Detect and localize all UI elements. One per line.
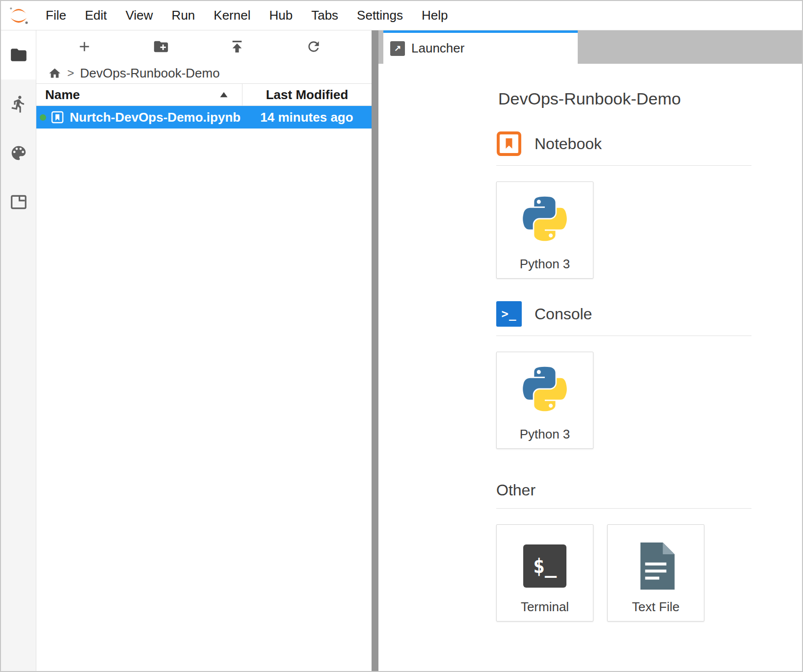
launcher-section-console: >_ Console Python 3 [496, 301, 751, 449]
breadcrumb-current-folder[interactable]: DevOps-Runbook-Demo [80, 66, 220, 81]
jupyter-logo[interactable] [1, 4, 36, 27]
card-label-python3: Python 3 [497, 257, 593, 272]
folder-icon [9, 46, 28, 64]
file-last-modified: 14 minutes ago [242, 110, 372, 125]
section-divider [496, 165, 751, 166]
refresh-icon [306, 39, 321, 54]
python-logo [517, 366, 572, 421]
menu-tabs[interactable]: Tabs [302, 8, 348, 23]
launcher-card-notebook-python3[interactable]: Python 3 [496, 181, 593, 279]
sort-ascending-icon[interactable] [219, 91, 228, 98]
menu-hub[interactable]: Hub [260, 8, 302, 23]
tab-bar: ↗ Launcher [378, 30, 802, 64]
column-last-modified-label: Last Modified [266, 87, 348, 103]
file-list-header: Name Last Modified [36, 83, 372, 106]
launcher-card-terminal[interactable]: $_ Terminal [496, 524, 593, 621]
python-logo [517, 196, 572, 251]
menu-file[interactable]: File [36, 8, 76, 23]
sidebar-tab-open-tabs[interactable] [1, 178, 36, 227]
card-label-terminal: Terminal [497, 599, 593, 615]
notebook-section-header: Notebook [496, 131, 751, 156]
menu-kernel[interactable]: Kernel [204, 8, 260, 23]
new-launcher-button[interactable] [73, 35, 96, 58]
menu-edit[interactable]: Edit [76, 8, 116, 23]
menu-view[interactable]: View [116, 8, 162, 23]
menu-items: File Edit View Run Kernel Hub Tabs Setti… [36, 8, 457, 23]
breadcrumb: > DevOps-Runbook-Demo [36, 63, 372, 83]
refresh-button[interactable] [302, 35, 325, 58]
sidebar-tab-file-browser[interactable] [1, 30, 36, 79]
other-section-label: Other [496, 481, 535, 499]
workspace-body: > DevOps-Runbook-Demo Name Last Modified [1, 30, 802, 671]
upload-button[interactable] [226, 35, 248, 58]
text-file-icon [637, 543, 675, 590]
console-section-header: >_ Console [496, 301, 751, 327]
notebook-section-label: Notebook [535, 135, 602, 153]
left-sidebar [1, 30, 36, 671]
upload-icon [229, 39, 245, 54]
notebook-cards: Python 3 [496, 181, 751, 279]
other-section-header: Other [496, 481, 751, 499]
home-icon[interactable] [48, 67, 61, 80]
console-cards: Python 3 [496, 352, 751, 449]
menu-settings[interactable]: Settings [348, 8, 412, 23]
main-dock-panel: ↗ Launcher DevOps-Runbook-Demo Notebook [378, 30, 802, 671]
terminal-icon: $_ [523, 544, 566, 588]
launcher-section-other: Other $_ Terminal [496, 481, 751, 621]
notebook-file-icon [51, 110, 64, 124]
tab-launcher[interactable]: ↗ Launcher [383, 30, 578, 64]
jupyter-logo-icon [7, 4, 30, 27]
menu-bar: File Edit View Run Kernel Hub Tabs Setti… [1, 1, 802, 30]
running-person-icon [9, 95, 28, 113]
notebook-icon [496, 131, 522, 156]
file-browser-toolbar [36, 30, 372, 63]
launcher-title: DevOps-Runbook-Demo [498, 89, 802, 108]
other-cards: $_ Terminal [496, 524, 751, 621]
tabs-icon [9, 193, 28, 211]
launcher-section-notebook: Notebook Python 3 [496, 131, 751, 279]
breadcrumb-separator: > [67, 66, 74, 80]
palette-icon [9, 144, 28, 162]
jupyterlab-window: File Edit View Run Kernel Hub Tabs Setti… [0, 0, 803, 672]
menu-help[interactable]: Help [412, 8, 457, 23]
console-section-label: Console [535, 305, 592, 323]
new-folder-button[interactable] [150, 35, 172, 58]
console-icon: >_ [496, 301, 522, 327]
sidebar-tab-running-sessions[interactable] [1, 79, 36, 129]
file-name: Nurtch-DevOps-Demo.ipynb [70, 110, 242, 125]
file-row[interactable]: Nurtch-DevOps-Demo.ipynb 14 minutes ago [36, 106, 372, 129]
menu-run[interactable]: Run [162, 8, 205, 23]
launcher-card-console-python3[interactable]: Python 3 [496, 352, 593, 449]
section-divider [496, 336, 751, 336]
column-name-label: Name [45, 87, 80, 103]
file-browser-panel: > DevOps-Runbook-Demo Name Last Modified [36, 30, 372, 671]
launcher-card-text-file[interactable]: Text File [607, 524, 704, 621]
column-header-name[interactable]: Name [36, 84, 242, 105]
column-header-last-modified[interactable]: Last Modified [242, 84, 372, 105]
file-listing: Nurtch-DevOps-Demo.ipynb 14 minutes ago [36, 106, 372, 671]
sidebar-tab-command-palette[interactable] [1, 129, 36, 178]
new-folder-icon [153, 38, 169, 55]
card-label-python3: Python 3 [497, 427, 593, 442]
tab-launcher-label: Launcher [411, 41, 464, 56]
plus-icon [77, 39, 92, 54]
card-label-text-file: Text File [608, 599, 704, 615]
panel-splitter[interactable] [372, 30, 378, 671]
kernel-running-indicator [40, 114, 46, 121]
launcher-icon: ↗ [390, 41, 405, 56]
launcher-panel: DevOps-Runbook-Demo Notebook [378, 64, 802, 671]
section-divider [496, 508, 751, 509]
